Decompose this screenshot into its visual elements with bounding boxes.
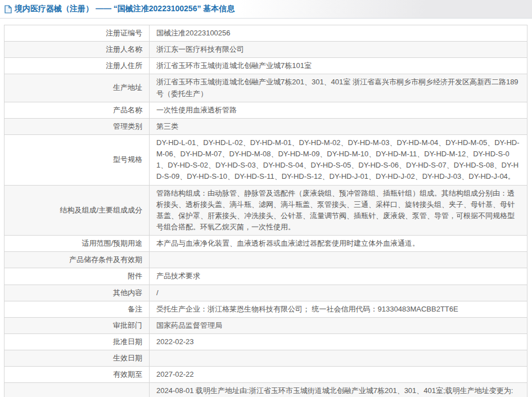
row-label-cell: 注册人住所 xyxy=(4,58,150,74)
row-value-cell: 国械注准20223100256 xyxy=(150,25,528,42)
row-value: 本产品与血液净化装置、血液透析器或血液滤过器配套使用时建立体外血液通道。 xyxy=(156,239,420,247)
row-label-cell: 批准日期 xyxy=(4,333,150,350)
row-label: 注册证编号 xyxy=(106,29,142,37)
row-label: 有效期至 xyxy=(113,370,142,378)
row-label: 适用范围/预期用途 xyxy=(82,239,142,247)
row-label: 型号规格 xyxy=(113,155,142,164)
table-row: 注册人名称浙江东一医疗科技有限公司 xyxy=(4,42,528,58)
row-label-cell: 注册证编号 xyxy=(4,25,150,42)
row-label: 备注 xyxy=(128,305,142,313)
row-value: 2024-08-01 载明生产地址由:浙江省玉环市玉城街道城北创融产业城7栋20… xyxy=(156,386,513,397)
row-value: 第三类 xyxy=(156,122,178,130)
row-label: 其他内容 xyxy=(113,288,142,297)
row-label-cell: 结构及组成/主要组成成分 xyxy=(4,185,150,236)
row-value: 国家药品监督管理局 xyxy=(156,321,222,330)
row-label-cell: 管理类别 xyxy=(4,118,150,134)
row-value-cell: 2027-02-22 xyxy=(150,367,528,383)
row-label: 结构及组成/主要组成成分 xyxy=(60,206,142,214)
table-row: 生效日期 xyxy=(4,350,528,367)
table-row: 结构及组成/主要组成成分管路结构组成：由动脉管、静脉管及选配件（废液袋组、预冲管… xyxy=(4,185,528,236)
row-label: 产品名称 xyxy=(113,106,142,114)
row-label-cell: 型号规格 xyxy=(4,134,150,185)
row-value: 管路结构组成：由动脉管、静脉管及选配件（废液袋组、预冲管路组、插瓶针组）组成。其… xyxy=(156,189,515,231)
row-label: 产品储存条件及有效期 xyxy=(69,255,142,264)
row-value: 浙江省玉环市玉城街道城北创融产业城7栋101室 xyxy=(156,61,312,70)
row-value: 2022-02-23 xyxy=(156,337,194,346)
row-value-cell: 产品技术要求 xyxy=(150,268,528,285)
row-value-cell: 2024-08-01 载明生产地址由:浙江省玉环市玉城街道城北创融产业城7栋20… xyxy=(150,383,528,397)
row-label-cell: 审批部门 xyxy=(4,317,150,333)
row-value-cell: 管路结构组成：由动脉管、静脉管及选配件（废液袋组、预冲管路组、插瓶针组）组成。其… xyxy=(150,185,528,236)
row-value-cell xyxy=(150,252,528,268)
table-row: 备注受托生产企业：浙江格莱恩生物科技有限公司； 统一社会信用代码：9133048… xyxy=(4,301,528,317)
row-label: 生效日期 xyxy=(113,354,142,362)
table-row: 型号规格DY-HD-L-01、DY-HD-L-02、DY-HD-M-01、DY-… xyxy=(4,134,528,185)
row-value-cell: 受托生产企业：浙江格莱恩生物科技有限公司； 统一社会信用代码：91330483M… xyxy=(150,301,528,317)
row-label: 批准日期 xyxy=(113,337,142,346)
row-label-cell: 产品储存条件及有效期 xyxy=(4,252,150,268)
table-row: 附件产品技术要求 xyxy=(4,268,528,285)
row-value: 受托生产企业：浙江格莱恩生物科技有限公司； 统一社会信用代码：91330483M… xyxy=(156,305,458,313)
row-value-cell: DY-HD-L-01、DY-HD-L-02、DY-HD-M-01、DY-HD-M… xyxy=(150,134,528,185)
table-row: 有效期至2027-02-22 xyxy=(4,367,528,383)
row-value-cell: / xyxy=(150,285,528,301)
table-row: 变更情况2024-08-01 载明生产地址由:浙江省玉环市玉城街道城北创融产业城… xyxy=(4,383,528,397)
row-value: DY-HD-L-01、DY-HD-L-02、DY-HD-M-01、DY-HD-M… xyxy=(156,138,520,181)
row-value-cell: 国家药品监督管理局 xyxy=(150,317,528,333)
row-label-cell: 注册人名称 xyxy=(4,42,150,58)
row-label-cell: 附件 xyxy=(4,268,150,285)
row-label: 注册人名称 xyxy=(106,45,142,53)
row-value-cell: 浙江省玉环市玉城街道城北创融产业城7栋201、301、401室 浙江省嘉兴市桐乡… xyxy=(150,74,528,102)
table-row: 批准日期2022-02-23 xyxy=(4,333,528,350)
row-value-cell: 浙江东一医疗科技有限公司 xyxy=(150,42,528,58)
row-label-cell: 变更情况 xyxy=(4,383,150,397)
row-value: 一次性使用血液透析管路 xyxy=(156,106,237,114)
row-value-cell: 2022-02-23 xyxy=(150,333,528,350)
row-value-cell: 第三类 xyxy=(150,118,528,134)
row-value: 国械注准20223100256 xyxy=(156,29,231,37)
page-title: 境内医疗器械（注册） —— “国械注准20223100256” 基本信息 xyxy=(15,4,235,14)
row-label-cell: 备注 xyxy=(4,301,150,317)
table-row: 审批部门国家药品监督管理局 xyxy=(4,317,528,333)
page-header: 境内医疗器械（注册） —— “国械注准20223100256” 基本信息 xyxy=(0,0,532,19)
table-row: 生产地址浙江省玉环市玉城街道城北创融产业城7栋201、301、401室 浙江省嘉… xyxy=(4,74,528,102)
row-value: 产品技术要求 xyxy=(156,272,200,280)
row-label-cell: 生产地址 xyxy=(4,74,150,102)
row-label: 注册人住所 xyxy=(106,61,142,70)
row-label: 生产地址 xyxy=(113,83,142,92)
row-value: 浙江省玉环市玉城街道城北创融产业城7栋201、301、401室 浙江省嘉兴市桐乡… xyxy=(156,78,519,97)
row-label-cell: 其他内容 xyxy=(4,285,150,301)
row-value: / xyxy=(156,288,159,297)
row-value-cell: 一次性使用血液透析管路 xyxy=(150,102,528,118)
row-label: 审批部门 xyxy=(113,321,142,330)
row-label-cell: 产品名称 xyxy=(4,102,150,118)
row-value: 2027-02-22 xyxy=(156,370,194,378)
registration-info-table: 注册证编号国械注准20223100256注册人名称浙江东一医疗科技有限公司注册人… xyxy=(4,25,528,397)
row-value-cell: 浙江省玉环市玉城街道城北创融产业城7栋101室 xyxy=(150,58,528,74)
table-row: 注册人住所浙江省玉环市玉城街道城北创融产业城7栋101室 xyxy=(4,58,528,74)
row-label-cell: 适用范围/预期用途 xyxy=(4,236,150,252)
table-row: 产品储存条件及有效期 xyxy=(4,252,528,268)
document-icon xyxy=(4,5,12,13)
table-row: 适用范围/预期用途本产品与血液净化装置、血液透析器或血液滤过器配套使用时建立体外… xyxy=(4,236,528,252)
table-row: 管理类别第三类 xyxy=(4,118,528,134)
main-content: 注册证编号国械注准20223100256注册人名称浙江东一医疗科技有限公司注册人… xyxy=(0,19,532,397)
table-row: 注册证编号国械注准20223100256 xyxy=(4,25,528,42)
row-value-cell xyxy=(150,350,528,367)
table-row: 产品名称一次性使用血液透析管路 xyxy=(4,102,528,118)
row-value-cell: 本产品与血液净化装置、血液透析器或血液滤过器配套使用时建立体外血液通道。 xyxy=(150,236,528,252)
row-label: 管理类别 xyxy=(113,122,142,130)
row-label: 附件 xyxy=(128,272,142,280)
row-value: 浙江东一医疗科技有限公司 xyxy=(156,45,244,53)
row-label-cell: 生效日期 xyxy=(4,350,150,367)
info-table-body: 注册证编号国械注准20223100256注册人名称浙江东一医疗科技有限公司注册人… xyxy=(4,25,528,397)
row-label-cell: 有效期至 xyxy=(4,367,150,383)
table-row: 其他内容/ xyxy=(4,285,528,301)
